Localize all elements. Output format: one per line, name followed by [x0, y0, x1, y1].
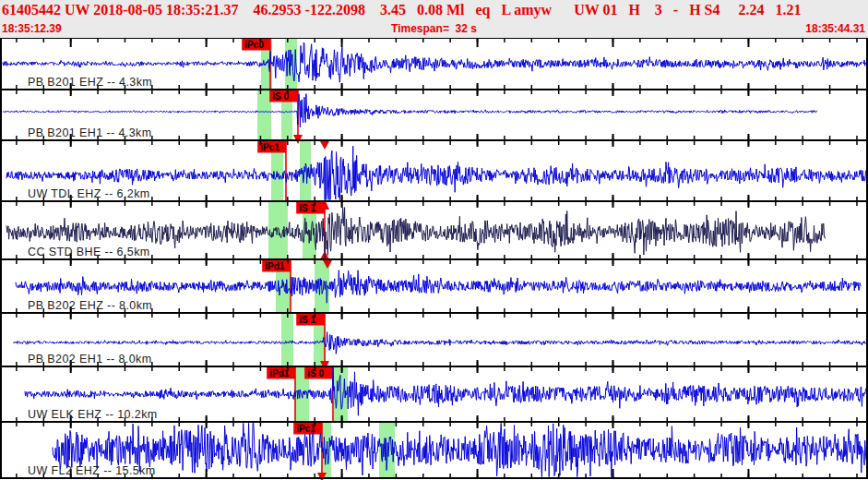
- trace-label-7: UW ELK EHZ -- 10.2km: [28, 408, 158, 421]
- trace-label-4: CC STD BHE -- 6.5km: [28, 246, 150, 258]
- phase-window: [257, 90, 271, 139]
- phase-window: [268, 202, 288, 258]
- event-header: 61405442 UW 2018-08-05 18:35:21.37 46.29…: [0, 0, 868, 20]
- trace-label-2: PB B201 EH1 -- 4.3km: [28, 126, 151, 139]
- waveform-5[interactable]: [16, 270, 862, 303]
- waveform-2[interactable]: [3, 94, 817, 127]
- pick-flag-label: iS 1: [299, 315, 315, 325]
- window-end-time: 18:35:44.31: [805, 21, 865, 37]
- waveform-6[interactable]: [13, 332, 868, 354]
- trace-label-8: UW FL2 EHZ -- 15.5km: [28, 464, 156, 477]
- pick-flag-label: iPc1: [260, 142, 279, 152]
- pick-flag-label: iS 0: [272, 91, 289, 102]
- time-header: 18:35:12.39 Timespan= 32 s 18:35:44.31: [0, 20, 868, 38]
- pick-flag-label: iS 1: [299, 203, 315, 213]
- trace-label-1: PB B201 EHZ -- 4.3km: [28, 76, 152, 89]
- trace-label-5: PB B202 EHZ -- 8.0km: [28, 299, 152, 312]
- timespan-label: Timespan= 32 s: [0, 21, 868, 37]
- seismic-waveform-viewer: 61405442 UW 2018-08-05 18:35:21.37 46.29…: [0, 0, 868, 480]
- trace-label-6: PB B202 EH1 -- 8.0km: [28, 353, 151, 366]
- trace-plot[interactable]: iPc0iS 0iPc1iS 1iPd1iS 1iPd1iS 0iPc1PB B…: [0, 38, 868, 480]
- trace-label-3: UW TDL EHZ -- 6.2km: [28, 187, 150, 200]
- pick-flag-label: iPd1: [265, 261, 285, 271]
- trace-canvas[interactable]: iPc0iS 0iPc1iS 1iPd1iS 1iPd1iS 0iPc1PB B…: [0, 38, 868, 480]
- pick-flag-label: iS 0: [307, 368, 324, 378]
- waveform-8[interactable]: [53, 424, 868, 477]
- arrival-marker[interactable]: [320, 141, 329, 150]
- phase-window: [281, 314, 293, 366]
- pick-flag-label: iPd1: [269, 368, 290, 378]
